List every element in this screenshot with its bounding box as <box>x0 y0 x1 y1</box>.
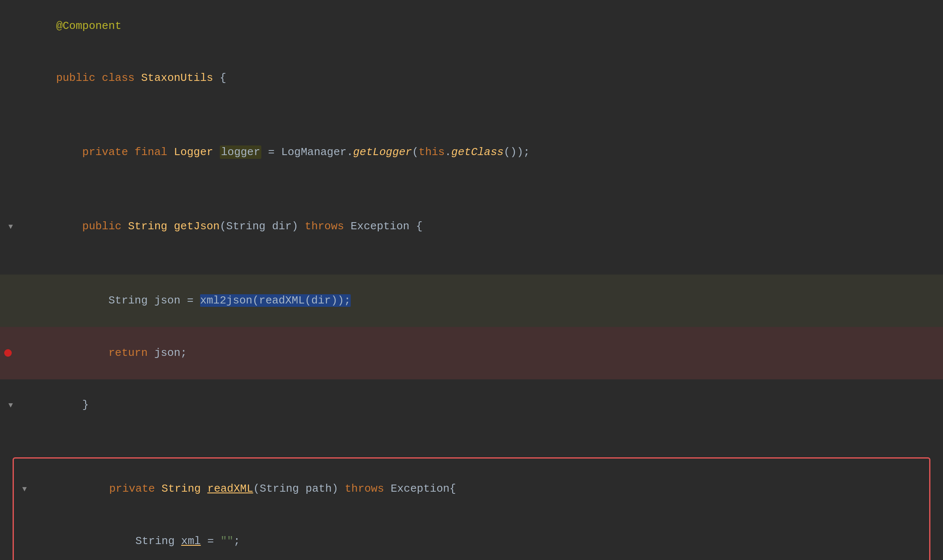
kw-public-getjson: public <box>82 220 128 233</box>
kw-return-json: return <box>108 347 148 359</box>
string-type-readxml: String <box>162 482 207 495</box>
blank-line-2 <box>0 179 943 200</box>
code-editor: @Component public class StaxonUtils { pr… <box>0 0 943 560</box>
getjson-decl-text: public String getJson(String dir) throws… <box>17 200 943 253</box>
annotation-keyword: @Component <box>56 20 122 32</box>
readxml-method-box: ▼ private String readXML(String path) th… <box>13 457 930 560</box>
line-xml-decl: String xml = ""; <box>14 515 929 560</box>
line-getjson-decl: ▼ public String getJson(String dir) thro… <box>0 200 943 253</box>
kw-class: class <box>102 72 141 84</box>
open-brace: { <box>220 72 227 84</box>
close-getjson-text: } <box>17 379 943 432</box>
xml-var: xml <box>181 535 201 547</box>
class-name-staxon: StaxonUtils <box>141 72 219 84</box>
getjson-method-name: getJson <box>174 220 219 233</box>
blank-line-3 <box>0 253 943 275</box>
kw-public: public <box>56 72 102 84</box>
kw-private: private <box>82 146 135 158</box>
xml2json-selected: xml2json(readXML(dir)); <box>200 294 351 307</box>
kw-throws-getjson: throws <box>305 220 344 233</box>
kw-throws-readxml: throws <box>345 482 384 495</box>
getclass-method: getClass <box>451 146 504 158</box>
line-return-json: return json; <box>0 327 943 379</box>
breakpoint-indicator <box>4 349 12 357</box>
line-json-assign: String json = xml2json(readXML(dir)); <box>0 275 943 327</box>
line-readxml-decl: ▼ private String readXML(String path) th… <box>14 463 929 515</box>
kw-final: final <box>135 146 174 158</box>
line-close-getjson: ▼ } <box>0 379 943 432</box>
readxml-method-name: readXML <box>207 482 253 495</box>
fold-icon-close-getjson: ▼ <box>8 399 13 412</box>
xml-empty-string: "" <box>220 535 233 547</box>
line-annotation: @Component <box>0 0 943 52</box>
logger-type: Logger <box>174 146 219 158</box>
annotation-text: @Component <box>17 0 943 52</box>
logger-var: logger <box>220 145 262 159</box>
string-type-getjson: String <box>128 220 174 233</box>
blank-line-1 <box>0 105 943 127</box>
getlogger-method: getLogger <box>353 146 412 158</box>
fold-icon-getjson: ▼ <box>8 220 13 233</box>
json-assign-text: String json = xml2json(readXML(dir)); <box>17 275 943 327</box>
readxml-decl-text: private String readXML(String path) thro… <box>31 463 929 515</box>
line-logger: private final Logger logger = LogManager… <box>0 127 943 179</box>
blank-line-4 <box>0 431 943 453</box>
logger-line-text: private final Logger logger = LogManager… <box>17 127 943 179</box>
class-decl-text: public class StaxonUtils { <box>17 52 943 105</box>
kw-private-readxml: private <box>109 482 162 495</box>
fold-icon-readxml: ▼ <box>22 483 27 495</box>
xml-decl-text: String xml = ""; <box>31 515 929 560</box>
line-class-decl: public class StaxonUtils { <box>0 52 943 105</box>
this-kw: this <box>419 146 445 158</box>
return-json-text: return json; <box>17 327 943 379</box>
